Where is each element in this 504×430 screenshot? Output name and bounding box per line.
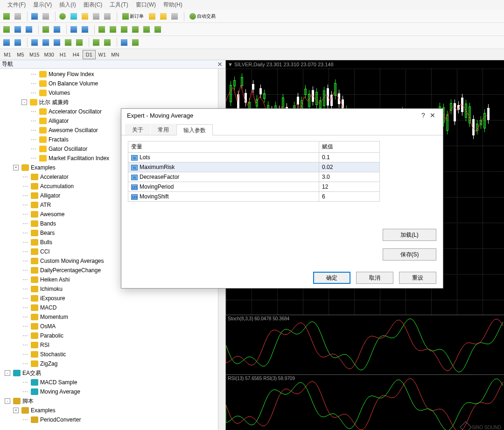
hline-icon[interactable]: [41, 37, 51, 48]
param-row[interactable]: ½MaximumRisk0.02: [128, 162, 380, 172]
tree-item[interactable]: ⋯Money Flow Index: [0, 70, 218, 79]
param-value[interactable]: 12: [319, 182, 379, 192]
param-value[interactable]: 0.02: [319, 162, 379, 172]
param-row[interactable]: 123MovingShift6: [128, 192, 380, 202]
timeframe-M5[interactable]: M5: [14, 50, 27, 59]
timeframe-W1[interactable]: W1: [96, 50, 109, 59]
param-row[interactable]: 123MovingPeriod12: [128, 182, 380, 192]
dd[interactable]: [130, 37, 140, 48]
autotrade-icon[interactable]: 自动交易: [186, 11, 218, 21]
tree-item[interactable]: ⋯MACD: [0, 303, 218, 312]
tree-expander-icon[interactable]: +: [13, 408, 19, 413]
equidistant-icon[interactable]: [63, 37, 73, 48]
timeframe-M15[interactable]: M15: [27, 50, 42, 59]
meta-editor-icon[interactable]: [147, 11, 157, 21]
save-icon[interactable]: [29, 11, 40, 21]
tree-item[interactable]: ⋯ZigZag: [0, 359, 218, 368]
fullscreen-icon[interactable]: [169, 11, 180, 21]
param-row[interactable]: ½DecreaseFactor3.0: [128, 172, 380, 182]
crosshair-icon[interactable]: [13, 37, 23, 48]
tree-item[interactable]: ⋯Momentum: [0, 312, 218, 322]
profile-icon[interactable]: [57, 11, 68, 21]
param-row[interactable]: ½Lots0.1: [128, 153, 380, 162]
param-value[interactable]: 3.0: [319, 172, 379, 182]
timeframe-MN[interactable]: MN: [109, 50, 122, 59]
tree-item[interactable]: -脚本: [0, 396, 218, 406]
tree-expander-icon[interactable]: -: [5, 370, 10, 376]
cancel-button[interactable]: 取消: [356, 272, 393, 284]
menu-charts[interactable]: 图表(C): [80, 0, 106, 10]
menu-tools[interactable]: 工具(T): [106, 0, 132, 10]
marketwatch-icon[interactable]: [69, 11, 79, 21]
zoom-in-icon[interactable]: [41, 24, 51, 35]
menu-view[interactable]: 显示(V): [29, 0, 56, 10]
timeframe-D1[interactable]: D1: [83, 50, 96, 59]
reset-button[interactable]: 重设: [399, 272, 436, 284]
timeframe-M1[interactable]: M1: [1, 50, 14, 59]
line-chart-icon[interactable]: [24, 24, 34, 35]
tree-item[interactable]: ⋯Stochastic: [0, 350, 218, 359]
tree-item[interactable]: ⋯RSI: [0, 340, 218, 350]
dd3[interactable]: [153, 24, 163, 35]
shift-icon[interactable]: [80, 24, 90, 35]
menu-help[interactable]: 帮助(H): [160, 0, 186, 10]
tab-inputs[interactable]: 输入参数: [176, 124, 213, 135]
save-button[interactable]: 保存(S): [383, 248, 436, 261]
tree-item[interactable]: ⋯Parabolic: [0, 331, 218, 340]
dialog-close-icon[interactable]: ✕: [428, 112, 437, 119]
textlabel-icon[interactable]: [102, 37, 112, 48]
menu-insert[interactable]: 插入(I): [56, 0, 79, 10]
tab-common[interactable]: 常用: [151, 124, 176, 135]
indicators-icon[interactable]: [97, 24, 107, 35]
tree-item[interactable]: ⋯OsMA: [0, 322, 218, 331]
terminal-icon[interactable]: [91, 11, 101, 21]
tree-item[interactable]: ⋯Moving Average: [0, 387, 218, 396]
tab-about[interactable]: 关于: [125, 124, 150, 135]
bar-chart-icon[interactable]: [1, 24, 12, 35]
navigator-icon[interactable]: [80, 11, 90, 21]
tree-item[interactable]: -EA交易: [0, 368, 218, 378]
timeframe-H1[interactable]: H1: [56, 50, 70, 59]
dialog-help-icon[interactable]: ?: [419, 112, 428, 119]
tree-item[interactable]: ⋯Volumes: [0, 88, 218, 98]
tester-icon[interactable]: [102, 11, 112, 21]
vline-icon[interactable]: [29, 37, 40, 48]
text-icon[interactable]: [91, 37, 101, 48]
trendline-icon[interactable]: [52, 37, 62, 48]
new-order-icon[interactable]: 新订单: [119, 11, 146, 21]
tree-item[interactable]: -比尔 威廉姆: [0, 98, 218, 107]
tree-item[interactable]: ⋯On Balance Volume: [0, 79, 218, 88]
cursor-icon[interactable]: [1, 37, 12, 48]
navigator-close-icon[interactable]: [217, 61, 224, 68]
tree-item[interactable]: ⋯iExposure: [0, 294, 218, 303]
ok-button[interactable]: 确定: [313, 272, 350, 284]
auto-scroll-icon[interactable]: [69, 24, 79, 35]
menu-file[interactable]: 文件(F): [4, 0, 29, 10]
new-chart-icon[interactable]: [1, 11, 12, 21]
tree-item[interactable]: ⋯PeriodConverter: [0, 415, 218, 424]
arrows-icon[interactable]: [119, 37, 129, 48]
tree-expander-icon[interactable]: -: [5, 398, 10, 404]
chart-header[interactable]: ▼ SILVER,Daily 23.301 23.310 23.070 23.1…: [226, 60, 504, 69]
options-icon[interactable]: [158, 11, 168, 21]
tree-item[interactable]: +Examples: [0, 406, 218, 415]
dropdown2-icon[interactable]: [41, 11, 51, 21]
col-variable[interactable]: 变量: [128, 141, 319, 153]
menu-window[interactable]: 窗口(W): [132, 0, 160, 10]
tree-item[interactable]: ⋯MACD Sample: [0, 378, 218, 387]
param-value[interactable]: 6: [319, 192, 379, 202]
parameters-table[interactable]: 变量 赋值 ½Lots0.1½MaximumRisk0.02½DecreaseF…: [128, 141, 380, 202]
dropdown-icon[interactable]: [13, 11, 23, 21]
tree-expander-icon[interactable]: -: [21, 99, 27, 105]
templates-icon[interactable]: [119, 24, 129, 35]
dd1[interactable]: [130, 24, 140, 35]
dd2[interactable]: [141, 24, 152, 35]
fibo-icon[interactable]: [74, 37, 84, 48]
timeframe-M30[interactable]: M30: [42, 50, 56, 59]
tree-expander-icon[interactable]: +: [13, 165, 19, 170]
periods-icon[interactable]: [108, 24, 118, 35]
stoch-panel[interactable]: Stoch(8,3,3) 60.0478 50.3684: [226, 315, 504, 374]
load-button[interactable]: 加载(L): [383, 229, 436, 241]
zoom-out-icon[interactable]: [52, 24, 62, 35]
col-value[interactable]: 赋值: [319, 141, 379, 153]
